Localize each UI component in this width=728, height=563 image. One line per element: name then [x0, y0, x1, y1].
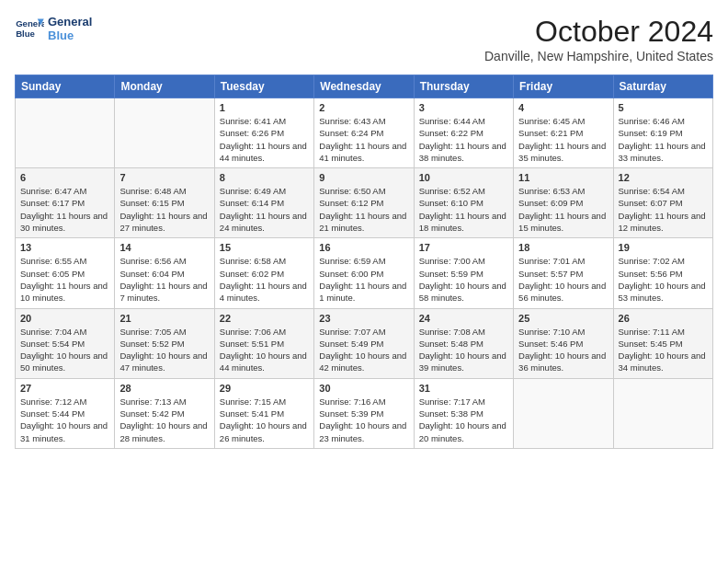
calendar-cell: 20Sunrise: 7:04 AM Sunset: 5:54 PM Dayli… [16, 308, 115, 378]
day-info: Sunrise: 7:15 AM Sunset: 5:41 PM Dayligh… [220, 396, 309, 444]
calendar-cell: 13Sunrise: 6:55 AM Sunset: 6:05 PM Dayli… [16, 238, 115, 308]
day-info: Sunrise: 7:07 AM Sunset: 5:49 PM Dayligh… [319, 326, 408, 374]
day-info: Sunrise: 6:54 AM Sunset: 6:07 PM Dayligh… [619, 185, 708, 234]
day-number: 25 [518, 313, 608, 324]
day-number: 9 [319, 172, 408, 183]
calendar-cell: 27Sunrise: 7:12 AM Sunset: 5:44 PM Dayli… [16, 378, 115, 448]
calendar-cell [514, 378, 613, 448]
calendar-cell: 22Sunrise: 7:06 AM Sunset: 5:51 PM Dayli… [214, 308, 313, 378]
day-info: Sunrise: 6:48 AM Sunset: 6:15 PM Dayligh… [119, 185, 209, 234]
weekday-header-tuesday: Tuesday [214, 75, 313, 98]
weekday-header-saturday: Saturday [613, 75, 712, 98]
day-info: Sunrise: 6:50 AM Sunset: 6:12 PM Dayligh… [319, 185, 408, 234]
calendar-cell [16, 98, 115, 168]
weekday-header-wednesday: Wednesday [314, 75, 414, 98]
calendar-week-4: 20Sunrise: 7:04 AM Sunset: 5:54 PM Dayli… [16, 308, 713, 378]
calendar-cell [613, 378, 712, 448]
logo-text-blue: Blue [48, 29, 92, 42]
day-number: 21 [119, 313, 209, 324]
calendar-cell: 7Sunrise: 6:48 AM Sunset: 6:15 PM Daylig… [115, 168, 214, 238]
calendar-cell: 3Sunrise: 6:44 AM Sunset: 6:22 PM Daylig… [414, 98, 513, 168]
day-number: 11 [518, 172, 608, 183]
day-number: 24 [419, 313, 508, 324]
day-info: Sunrise: 6:55 AM Sunset: 6:05 PM Dayligh… [20, 255, 109, 304]
day-number: 14 [119, 242, 209, 253]
day-number: 2 [319, 102, 408, 113]
day-number: 8 [220, 172, 309, 183]
logo: General Blue General Blue [15, 15, 92, 42]
weekday-header-sunday: Sunday [16, 75, 115, 98]
day-number: 12 [619, 172, 708, 183]
day-number: 28 [119, 383, 209, 394]
day-info: Sunrise: 7:12 AM Sunset: 5:44 PM Dayligh… [20, 396, 109, 444]
day-number: 7 [119, 172, 209, 183]
calendar-cell: 26Sunrise: 7:11 AM Sunset: 5:45 PM Dayli… [613, 308, 712, 378]
day-number: 4 [518, 102, 608, 113]
day-info: Sunrise: 6:47 AM Sunset: 6:17 PM Dayligh… [20, 185, 109, 234]
calendar-cell: 9Sunrise: 6:50 AM Sunset: 6:12 PM Daylig… [314, 168, 414, 238]
svg-text:Blue: Blue [16, 29, 35, 39]
calendar-cell: 16Sunrise: 6:59 AM Sunset: 6:00 PM Dayli… [314, 238, 414, 308]
day-number: 15 [220, 242, 309, 253]
calendar-week-3: 13Sunrise: 6:55 AM Sunset: 6:05 PM Dayli… [16, 238, 713, 308]
day-number: 18 [518, 242, 608, 253]
day-info: Sunrise: 6:49 AM Sunset: 6:14 PM Dayligh… [220, 185, 309, 234]
calendar-cell: 6Sunrise: 6:47 AM Sunset: 6:17 PM Daylig… [16, 168, 115, 238]
calendar-cell: 1Sunrise: 6:41 AM Sunset: 6:26 PM Daylig… [214, 98, 313, 168]
weekday-header-friday: Friday [514, 75, 613, 98]
calendar-cell: 29Sunrise: 7:15 AM Sunset: 5:41 PM Dayli… [214, 378, 313, 448]
day-number: 23 [319, 313, 408, 324]
title-block: October 2024 Danville, New Hampshire, Un… [484, 15, 713, 63]
calendar-week-1: 1Sunrise: 6:41 AM Sunset: 6:26 PM Daylig… [16, 98, 713, 168]
day-number: 13 [20, 242, 109, 253]
logo-icon: General Blue [15, 16, 44, 41]
calendar-cell: 30Sunrise: 7:16 AM Sunset: 5:39 PM Dayli… [314, 378, 414, 448]
day-info: Sunrise: 7:05 AM Sunset: 5:52 PM Dayligh… [119, 326, 209, 374]
day-info: Sunrise: 7:11 AM Sunset: 5:45 PM Dayligh… [619, 326, 708, 374]
day-number: 6 [20, 172, 109, 183]
calendar-cell: 21Sunrise: 7:05 AM Sunset: 5:52 PM Dayli… [115, 308, 214, 378]
calendar-cell: 19Sunrise: 7:02 AM Sunset: 5:56 PM Dayli… [613, 238, 712, 308]
calendar-cell: 14Sunrise: 6:56 AM Sunset: 6:04 PM Dayli… [115, 238, 214, 308]
day-info: Sunrise: 7:16 AM Sunset: 5:39 PM Dayligh… [319, 396, 408, 444]
calendar-week-2: 6Sunrise: 6:47 AM Sunset: 6:17 PM Daylig… [16, 168, 713, 238]
day-number: 16 [319, 242, 408, 253]
calendar-cell: 28Sunrise: 7:13 AM Sunset: 5:42 PM Dayli… [115, 378, 214, 448]
day-info: Sunrise: 7:13 AM Sunset: 5:42 PM Dayligh… [119, 396, 209, 444]
logo-text-general: General [48, 15, 92, 29]
day-info: Sunrise: 6:53 AM Sunset: 6:09 PM Dayligh… [518, 185, 608, 234]
month-title: October 2024 [484, 15, 713, 49]
calendar-table: SundayMondayTuesdayWednesdayThursdayFrid… [15, 75, 713, 449]
day-number: 22 [220, 313, 309, 324]
calendar-cell: 25Sunrise: 7:10 AM Sunset: 5:46 PM Dayli… [514, 308, 613, 378]
day-info: Sunrise: 6:52 AM Sunset: 6:10 PM Dayligh… [419, 185, 508, 234]
day-info: Sunrise: 6:56 AM Sunset: 6:04 PM Dayligh… [119, 255, 209, 304]
day-info: Sunrise: 7:02 AM Sunset: 5:56 PM Dayligh… [619, 255, 708, 304]
calendar-cell: 8Sunrise: 6:49 AM Sunset: 6:14 PM Daylig… [214, 168, 313, 238]
day-number: 20 [20, 313, 109, 324]
day-info: Sunrise: 7:17 AM Sunset: 5:38 PM Dayligh… [419, 396, 508, 444]
day-number: 29 [220, 383, 309, 394]
calendar-week-5: 27Sunrise: 7:12 AM Sunset: 5:44 PM Dayli… [16, 378, 713, 448]
weekday-header-monday: Monday [115, 75, 214, 98]
day-number: 1 [220, 102, 309, 113]
day-info: Sunrise: 7:08 AM Sunset: 5:48 PM Dayligh… [419, 326, 508, 374]
calendar-cell: 2Sunrise: 6:43 AM Sunset: 6:24 PM Daylig… [314, 98, 414, 168]
day-info: Sunrise: 7:06 AM Sunset: 5:51 PM Dayligh… [220, 326, 309, 374]
day-number: 19 [619, 242, 708, 253]
day-number: 10 [419, 172, 508, 183]
calendar-cell: 17Sunrise: 7:00 AM Sunset: 5:59 PM Dayli… [414, 238, 513, 308]
calendar-cell: 15Sunrise: 6:58 AM Sunset: 6:02 PM Dayli… [214, 238, 313, 308]
day-info: Sunrise: 6:58 AM Sunset: 6:02 PM Dayligh… [220, 255, 309, 304]
day-info: Sunrise: 6:44 AM Sunset: 6:22 PM Dayligh… [419, 115, 508, 164]
day-info: Sunrise: 7:10 AM Sunset: 5:46 PM Dayligh… [518, 326, 608, 374]
calendar-cell: 10Sunrise: 6:52 AM Sunset: 6:10 PM Dayli… [414, 168, 513, 238]
day-number: 31 [419, 383, 508, 394]
calendar-cell: 18Sunrise: 7:01 AM Sunset: 5:57 PM Dayli… [514, 238, 613, 308]
calendar-cell: 4Sunrise: 6:45 AM Sunset: 6:21 PM Daylig… [514, 98, 613, 168]
calendar-cell [115, 98, 214, 168]
day-number: 5 [619, 102, 708, 113]
day-info: Sunrise: 6:59 AM Sunset: 6:00 PM Dayligh… [319, 255, 408, 304]
day-info: Sunrise: 7:01 AM Sunset: 5:57 PM Dayligh… [518, 255, 608, 304]
calendar-cell: 12Sunrise: 6:54 AM Sunset: 6:07 PM Dayli… [613, 168, 712, 238]
